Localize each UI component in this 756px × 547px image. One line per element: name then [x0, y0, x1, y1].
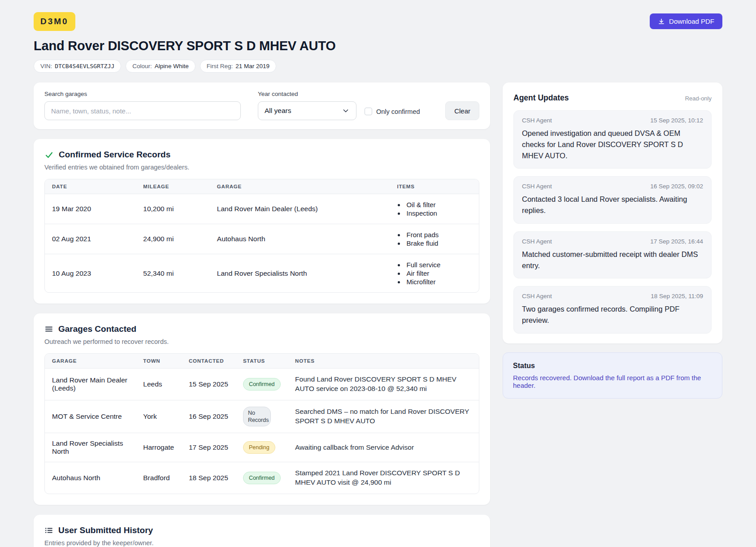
cell-mileage: 52,340 mi [136, 254, 210, 293]
user-history-card: User Submitted History Entries provided … [34, 515, 490, 547]
column-header-status: Status [236, 354, 288, 369]
registration-plate-badge: D3M0 [34, 12, 75, 31]
cell-garage: MOT & Service Centre [45, 400, 136, 433]
year-contacted-label: Year contacted [258, 91, 356, 97]
agent-update-meta: CSH Agent 17 Sep 2025, 16:44 [522, 238, 703, 245]
cell-contacted: 18 Sep 2025 [182, 462, 236, 494]
service-item: Full service [405, 260, 472, 269]
chevron-down-icon [342, 107, 350, 115]
download-pdf-button[interactable]: Download PDF [650, 13, 722, 29]
cell-items: Front pads Brake fluid [390, 224, 479, 254]
vehicle-report-page: D3M0 Download PDF Land Rover DISCOVERY S… [0, 0, 756, 547]
cell-garage: Autohaus North [45, 462, 136, 494]
column-header-items: Items [390, 179, 479, 194]
service-record-row: 10 Aug 2023 52,340 mi Land Rover Special… [45, 254, 479, 293]
agent-update-card: CSH Agent 16 Sep 2025, 09:02 Contacted 3… [513, 176, 712, 224]
check-icon [44, 150, 54, 160]
cell-status: Confirmed [236, 462, 288, 494]
status-badge: Confirmed [243, 378, 281, 391]
cell-garage: Land Rover Specialists North [45, 433, 136, 462]
garage-contact-row: Autohaus North Bradford 18 Sep 2025 Conf… [45, 462, 479, 494]
download-icon [658, 18, 665, 25]
vehicle-chips: VIN: DTCB4S4EVLSGRTZJJ Colour: Alpine Wh… [34, 60, 722, 73]
only-confirmed-checkbox[interactable] [365, 108, 372, 115]
search-garages-label: Search garages [44, 91, 241, 97]
cell-mileage: 10,200 mi [136, 194, 210, 224]
page-title: Land Rover DISCOVERY SPORT S D MHEV AUTO [34, 39, 722, 53]
cell-garage: Land Rover Specialists North [210, 254, 390, 293]
colour-chip-label: Colour: [132, 63, 152, 69]
colour-chip: Colour: Alpine White [126, 60, 195, 73]
colour-chip-value: Alpine White [155, 63, 189, 69]
sidebar: Agent Updates Read-only CSH Agent 15 Sep… [503, 82, 722, 399]
garage-contact-row: MOT & Service Centre York 16 Sep 2025 No… [45, 400, 479, 433]
garages-contacted-subtitle: Outreach we performed to recover records… [44, 338, 479, 345]
status-box: Status Records recovered. Download the f… [503, 352, 722, 399]
vin-chip: VIN: DTCB4S4EVLSGRTZJJ [34, 60, 121, 73]
cell-items: Oil & filter Inspection [390, 194, 479, 224]
column-header-mileage: Mileage [136, 179, 210, 194]
service-item: Air filter [405, 269, 472, 278]
status-badge: Pending [243, 441, 275, 454]
garages-contacted-card: Garages Contacted Outreach we performed … [34, 313, 490, 505]
agent-timestamp: 15 Sep 2025, 10:12 [650, 117, 703, 124]
agent-author: CSH Agent [522, 117, 552, 124]
year-contacted-select[interactable]: All years [258, 101, 356, 120]
download-pdf-label: Download PDF [669, 17, 714, 25]
agent-updates-header: Agent Updates Read-only [513, 93, 712, 103]
service-item: Inspection [405, 209, 472, 217]
cell-status: Confirmed [236, 369, 288, 400]
agent-author: CSH Agent [522, 183, 552, 190]
user-history-title: User Submitted History [58, 525, 153, 535]
garage-contact-row: Land Rover Main Dealer (Leeds) Leeds 15 … [45, 369, 479, 400]
user-history-subtitle: Entries provided by the keeper/owner. [44, 539, 479, 547]
agent-timestamp: 16 Sep 2025, 09:02 [650, 183, 703, 190]
only-confirmed-label: Only confirmed [376, 108, 420, 115]
cell-town: Leeds [136, 369, 182, 400]
confirmed-records-card: Confirmed Service Records Verified entri… [34, 139, 490, 304]
agent-message: Matched customer-submitted receipt with … [522, 249, 703, 271]
list-icon [44, 526, 53, 535]
year-field-group: Year contacted All years [258, 91, 356, 120]
cell-notes: Found Land Rover DISCOVERY SPORT S D MHE… [288, 369, 479, 400]
search-garages-input[interactable] [44, 101, 241, 120]
agent-update-meta: CSH Agent 15 Sep 2025, 10:12 [522, 117, 703, 124]
agent-message: Contacted 3 local Land Rover specialists… [522, 194, 703, 216]
garage-contact-row: Land Rover Specialists North Harrogate 1… [45, 433, 479, 462]
cell-date: 02 Aug 2021 [45, 224, 136, 254]
agent-author: CSH Agent [522, 293, 552, 300]
filters-card: Search garages Year contacted All years [34, 82, 490, 129]
confirmed-records-table: Date Mileage Garage Items 19 Mar 2020 10… [44, 179, 479, 293]
service-record-row: 02 Aug 2021 24,900 mi Autohaus North Fro… [45, 224, 479, 254]
status-badge: Confirmed [243, 472, 281, 484]
confirmed-records-subtitle: Verified entries we obtained from garage… [44, 164, 479, 171]
only-confirmed-group: Only confirmed [365, 108, 420, 120]
search-field-group: Search garages [44, 91, 241, 120]
service-item: Brake fluid [405, 239, 472, 247]
status-badge: No Records [243, 407, 271, 427]
cell-notes: Searched DMS – no match for Land Rover D… [288, 400, 479, 433]
cell-mileage: 24,900 mi [136, 224, 210, 254]
agent-updates-title: Agent Updates [513, 93, 569, 103]
vin-chip-value: DTCB4S4EVLSGRTZJJ [55, 63, 114, 69]
cell-contacted: 17 Sep 2025 [182, 433, 236, 462]
column-header-town: Town [136, 354, 182, 369]
cell-contacted: 16 Sep 2025 [182, 400, 236, 433]
cell-town: Harrogate [136, 433, 182, 462]
agent-update-card: CSH Agent 18 Sep 2025, 11:09 Two garages… [513, 286, 712, 334]
column-header-notes: Notes [288, 354, 479, 369]
service-record-row: 19 Mar 2020 10,200 mi Land Rover Main De… [45, 194, 479, 224]
cell-town: Bradford [136, 462, 182, 494]
service-item: Front pads [405, 230, 472, 239]
clear-filters-button[interactable]: Clear [445, 101, 479, 120]
confirmed-records-title: Confirmed Service Records [59, 150, 170, 160]
column-header-contacted: Contacted [182, 354, 236, 369]
agent-updates-panel: Agent Updates Read-only CSH Agent 15 Sep… [503, 82, 722, 343]
cell-notes: Awaiting callback from Service Advisor [288, 433, 479, 462]
agent-update-card: CSH Agent 17 Sep 2025, 16:44 Matched cus… [513, 231, 712, 279]
column-header-garage: Garage [45, 354, 136, 369]
agent-update-card: CSH Agent 15 Sep 2025, 10:12 Opened inve… [513, 110, 712, 169]
cell-contacted: 15 Sep 2025 [182, 369, 236, 400]
cell-garage: Autohaus North [210, 224, 390, 254]
agent-message: Opened investigation and queued DVSA & O… [522, 128, 703, 161]
